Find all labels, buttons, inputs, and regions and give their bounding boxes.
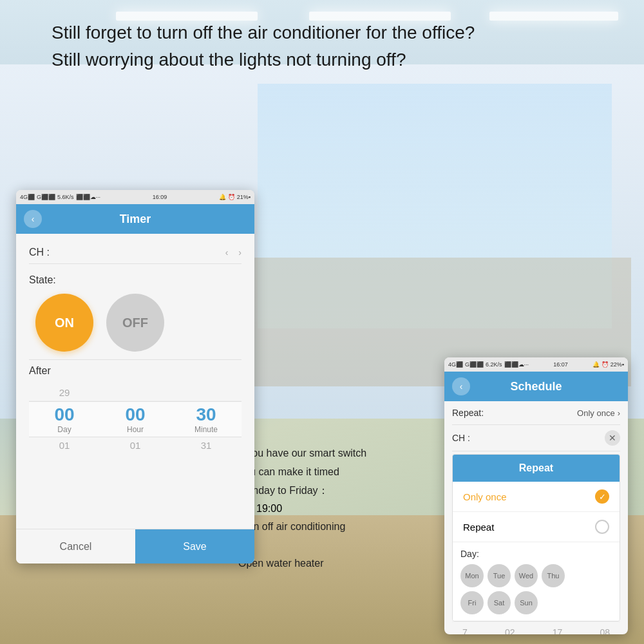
phone-timer: 4G⬛ G⬛⬛ 5.6K/s ⬛⬛☁··· 16:09 🔔 ⏰ 21%▪ ‹ T… <box>16 190 254 564</box>
sch-status-right: 🔔 ⏰ 22%▪ <box>592 361 624 368</box>
back-button[interactable]: ‹ <box>24 210 42 228</box>
battery-text: 21%▪ <box>237 194 251 200</box>
info-label-2: Open water heater <box>238 554 444 573</box>
info-time: 19:00 <box>256 503 282 515</box>
day-sat[interactable]: Sat <box>488 591 511 614</box>
day-buttons-row2: Fri Sat Sun <box>460 591 612 614</box>
sch-bottom-row: 7 02 17 08 <box>452 621 620 634</box>
day-wed[interactable]: Wed <box>515 564 538 587</box>
save-button[interactable]: Save <box>135 529 254 564</box>
sch-status-left: 4G⬛ G⬛⬛ 6.2K/s ⬛⬛☁··· <box>448 361 529 368</box>
day-mon[interactable]: Mon <box>460 564 484 587</box>
repeat-label: Repeat: <box>452 408 484 418</box>
schedule-title: Schedule <box>510 380 562 393</box>
after-row: After <box>29 359 242 382</box>
on-button[interactable]: ON <box>35 294 93 352</box>
status-bar-right: 4G⬛ G⬛⬛ 6.2K/s ⬛⬛☁··· 16:07 🔔 ⏰ 22%▪ <box>444 357 628 372</box>
time-top-minute <box>171 387 242 398</box>
sch-speed-text: 6.2K/s <box>486 361 502 368</box>
repeat-current-value: Only once <box>577 408 615 418</box>
time-main-day: 00 <box>54 404 74 425</box>
repeat-arrow-icon: › <box>618 408 620 418</box>
repeat-modal-title: Repeat <box>519 462 553 473</box>
state-label: State: <box>29 274 242 286</box>
time-label-day: Day <box>57 425 71 434</box>
info-label-1: Turn off air conditioning <box>238 518 444 536</box>
status-bar-left-icons: 4G⬛ G⬛⬛ 5.6K/s ⬛⬛☁··· <box>20 194 100 200</box>
sch-num-1: 7 <box>462 627 468 634</box>
headline-1: Still forget to turn off the air conditi… <box>52 19 475 46</box>
info-check-row-2: ✓ <box>238 539 444 552</box>
day-tue[interactable]: Tue <box>488 564 511 587</box>
day-section: Day: Mon Tue Wed Thu Fri Sat Sun <box>453 542 620 621</box>
timer-title: Timer <box>120 213 151 226</box>
day-fri[interactable]: Fri <box>460 591 484 614</box>
info-line-3: Monday to Friday： <box>238 482 444 500</box>
info-line-1: If you have our smart switch <box>238 444 444 463</box>
phone-schedule: 4G⬛ G⬛⬛ 6.2K/s ⬛⬛☁··· 16:07 🔔 ⏰ 22%▪ ‹ S… <box>444 357 628 634</box>
time-main-minute: 30 <box>196 404 216 425</box>
schedule-header: ‹ Schedule <box>444 372 628 401</box>
repeat-option[interactable]: Repeat <box>453 512 620 542</box>
time-label-minute: Minute <box>194 425 218 434</box>
timer-body: CH : ‹ › State: ON OFF After 29 <box>16 234 254 461</box>
ch-next-arrow[interactable]: › <box>238 247 242 258</box>
sch-clock-display: 16:07 <box>553 361 568 368</box>
radio-empty-icon <box>595 520 609 534</box>
repeat-modal-body: Only once ✓ Repeat Day: Mon Tue Wed Thu <box>453 482 620 621</box>
ch-row: CH : ‹ › <box>29 242 242 264</box>
off-button[interactable]: OFF <box>106 294 164 352</box>
headline-2: Still worrying about the lights not turn… <box>52 46 475 73</box>
day-section-label: Day: <box>460 549 612 559</box>
day-buttons: Mon Tue Wed Thu <box>460 564 612 587</box>
info-panel: If you have our smart switch You can mak… <box>238 444 444 573</box>
after-label: After <box>29 365 51 377</box>
ch-nav: ‹ › <box>225 247 242 258</box>
status-bar-left: 4G⬛ G⬛⬛ 5.6K/s ⬛⬛☁··· 16:09 🔔 ⏰ 21%▪ <box>16 190 254 204</box>
signal-icon: 4G⬛ <box>20 194 35 200</box>
time-label-hour: Hour <box>127 425 144 434</box>
sch-ch-row: CH : ✕ <box>452 425 620 451</box>
schedule-body: Repeat: Only once › CH : ✕ Repeat Only o… <box>444 401 628 634</box>
ch-label: CH : <box>29 247 50 258</box>
time-top-hour <box>100 387 171 398</box>
clock-display: 16:09 <box>153 194 167 200</box>
repeat-modal: Repeat Only once ✓ Repeat Day: Mon <box>452 454 620 621</box>
time-bot-day: 01 <box>29 440 100 451</box>
only-once-label: Only once <box>463 491 507 502</box>
day-sun[interactable]: Sun <box>515 591 538 614</box>
time-bot-hour: 01 <box>100 440 171 451</box>
radio-selected-icon: ✓ <box>595 489 609 504</box>
sch-alarm-icon: ⏰ <box>601 361 609 368</box>
cancel-button[interactable]: Cancel <box>16 529 135 564</box>
time-picker: 29 00 Day 00 Hour 30 Minute <box>29 384 242 453</box>
sch-back-button[interactable]: ‹ <box>452 377 470 395</box>
sch-battery-text: 22%▪ <box>611 361 624 368</box>
day-thu[interactable]: Thu <box>542 564 565 587</box>
info-time-row: ✓ 19:00 <box>238 502 444 515</box>
repeat-value: Only once › <box>577 408 620 418</box>
gsm-icon: G⬛⬛ <box>37 194 55 200</box>
time-bot-minute: 31 <box>171 440 242 451</box>
state-section: State: ON OFF <box>29 274 242 352</box>
wifi-icon: ⬛⬛☁··· <box>76 194 101 200</box>
volume-icon: 🔔 <box>219 194 226 200</box>
sch-num-2: 02 <box>505 627 515 634</box>
only-once-option[interactable]: Only once ✓ <box>453 482 620 512</box>
repeat-label-option: Repeat <box>463 522 494 533</box>
speed-text: 5.6K/s <box>57 194 74 200</box>
ch-prev-arrow[interactable]: ‹ <box>225 247 229 258</box>
info-line-2: You can make it timed <box>238 463 444 482</box>
sch-gsm-icon: G⬛⬛ <box>465 361 484 368</box>
timer-actions: Cancel Save <box>16 529 254 564</box>
light-panel-3 <box>489 12 618 21</box>
sch-num-4: 08 <box>600 627 610 634</box>
time-main-hour: 00 <box>125 404 145 425</box>
status-bar-right-icons: 🔔 ⏰ 21%▪ <box>219 194 251 200</box>
repeat-row[interactable]: Repeat: Only once › <box>452 401 620 425</box>
alarm-icon: ⏰ <box>228 194 235 200</box>
sch-ch-label: CH : <box>452 433 470 443</box>
overlay-text: Still forget to turn off the air conditi… <box>52 19 475 73</box>
close-button[interactable]: ✕ <box>605 430 620 446</box>
time-top-day: 29 <box>29 387 100 398</box>
